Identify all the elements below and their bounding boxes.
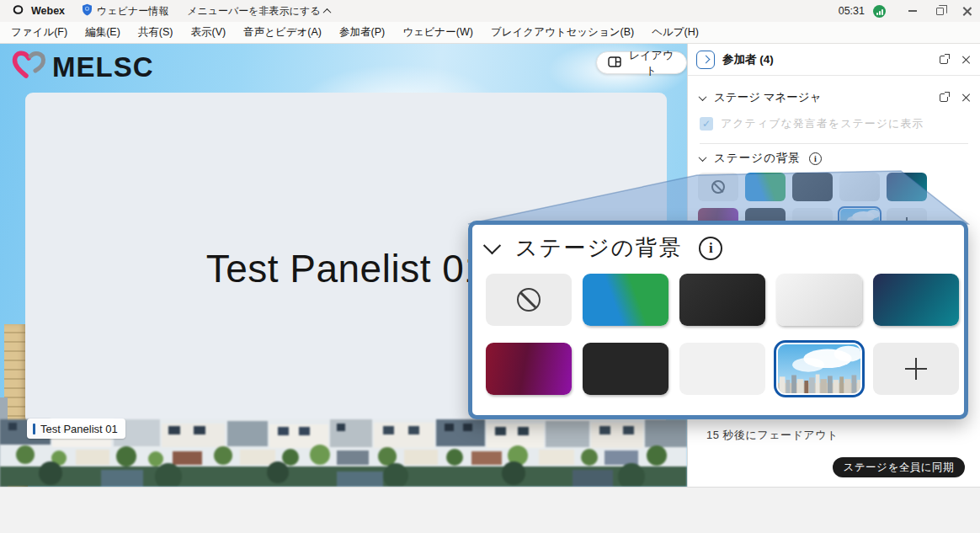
menu-share[interactable]: 共有(S)	[138, 25, 173, 40]
panel-header: 参加者 (4)	[688, 44, 980, 76]
hide-menubar-button[interactable]: メニューバーを非表示にする	[187, 4, 330, 19]
panel-title: 参加者 (4)	[722, 52, 774, 67]
layout-icon	[608, 56, 621, 70]
menu-help[interactable]: ヘルプ(H)	[652, 25, 699, 40]
chevron-down-icon[interactable]	[483, 237, 501, 254]
swatch-city-skyline-selected[interactable]	[776, 343, 862, 395]
melsc-heart-icon	[12, 49, 47, 85]
minimize-icon	[908, 10, 917, 11]
plus-icon	[905, 358, 927, 380]
chevron-right-icon	[701, 56, 710, 64]
swatch-blue-green[interactable]	[583, 274, 668, 326]
titlebar: Webex ウェビナー情報 メニューバーを非表示にする 05:31	[0, 0, 980, 22]
participant-name-label: Test Panelist 01	[27, 418, 125, 439]
meeting-clock: 05:31	[839, 5, 865, 17]
panel-collapse-button[interactable]	[696, 51, 715, 69]
prohibition-icon	[711, 180, 725, 194]
shield-icon	[82, 3, 93, 19]
popup-swatch-grid	[486, 274, 959, 395]
info-icon[interactable]: i	[699, 237, 722, 260]
menu-edit[interactable]: 編集(E)	[85, 25, 120, 40]
menu-webinar[interactable]: ウェビナー(W)	[402, 25, 473, 40]
swatch-light-gray[interactable]	[839, 173, 880, 201]
stage-manager-close-button[interactable]	[961, 93, 970, 102]
panel-close-button[interactable]	[961, 56, 970, 64]
app-name: Webex	[31, 5, 65, 17]
active-speaker-label: アクティブな発言者をステージに表示	[721, 116, 924, 131]
webex-logo-icon	[10, 3, 26, 19]
swatch-light-gray[interactable]	[776, 274, 862, 326]
control-bar: cc ミュート解除 ビデオの開始 共有 録画	[0, 487, 980, 533]
menu-participants[interactable]: 参加者(P)	[339, 25, 385, 40]
restore-icon	[936, 8, 944, 15]
popout-icon	[940, 56, 948, 64]
minimize-button[interactable]	[899, 0, 926, 22]
close-window-button[interactable]	[953, 0, 980, 22]
swatch-add-custom[interactable]	[873, 343, 959, 395]
active-speaker-checkbox[interactable]: ✓	[700, 117, 713, 131]
fade-note: 15 秒後にフェードアウト	[706, 428, 839, 443]
panel-popout-button[interactable]	[940, 56, 948, 64]
stage-manager-title: ステージ マネージャ	[714, 90, 821, 105]
swatch-dark-charcoal[interactable]	[792, 173, 833, 201]
swatch-none[interactable]	[698, 173, 738, 201]
swatch-black[interactable]	[583, 343, 668, 395]
chevron-down-icon[interactable]	[699, 153, 707, 162]
brand-name: MELSC	[52, 51, 154, 83]
prohibition-icon	[517, 288, 541, 312]
layout-button[interactable]: レイアウト	[596, 51, 687, 74]
webinar-info-label: ウェビナー情報	[97, 4, 168, 19]
speaker-accent-bar	[33, 424, 35, 434]
close-icon	[961, 93, 970, 102]
menu-view[interactable]: 表示(V)	[190, 25, 226, 40]
chevron-down-icon[interactable]	[699, 93, 707, 101]
stage-manager-popout-button[interactable]	[940, 93, 948, 102]
swatch-navy-teal[interactable]	[887, 173, 927, 201]
swatch-none[interactable]	[486, 274, 572, 326]
menu-file[interactable]: ファイル(F)	[11, 25, 67, 40]
popout-icon	[940, 93, 948, 102]
stage-background-popup: ステージの背景 i	[468, 221, 968, 419]
sync-stage-button[interactable]: ステージを全員に同期	[833, 457, 965, 477]
close-icon	[962, 7, 972, 16]
hide-menubar-label: メニューバーを非表示にする	[187, 4, 320, 19]
swatch-off-white[interactable]	[679, 343, 765, 395]
menubar: ファイル(F) 編集(E) 共有(S) 表示(V) 音声とビデオ(A) 参加者(…	[0, 22, 980, 44]
active-speaker-option: ✓ アクティブな発言者をステージに表示	[700, 116, 924, 131]
popup-header: ステージの背景 i	[486, 233, 722, 263]
stage-manager-header: ステージ マネージャ	[688, 86, 980, 109]
connection-quality-icon[interactable]	[873, 5, 886, 18]
restore-button[interactable]	[926, 0, 953, 22]
layout-button-label: レイアウト	[627, 48, 675, 78]
close-icon	[961, 56, 970, 64]
menu-breakout[interactable]: ブレイクアウトセッション(B)	[491, 25, 634, 40]
swatch-magenta-purple[interactable]	[486, 343, 572, 395]
swatch-dark-charcoal[interactable]	[679, 274, 765, 326]
stage-background-header: ステージの背景 i	[700, 151, 822, 166]
brand-logo: MELSC	[12, 49, 154, 85]
divider	[700, 143, 968, 144]
swatch-navy-teal[interactable]	[873, 274, 959, 326]
menu-audio-video[interactable]: 音声とビデオ(A)	[243, 25, 322, 40]
city-thumbnail	[778, 344, 860, 393]
info-icon[interactable]: i	[809, 152, 822, 165]
chevron-up-icon	[323, 8, 332, 16]
webinar-info-button[interactable]: ウェビナー情報	[82, 3, 168, 19]
participant-name: Test Panelist 01	[40, 423, 118, 435]
popup-title: ステージの背景	[515, 233, 682, 263]
stage-background-title: ステージの背景	[714, 151, 801, 166]
swatch-blue-green[interactable]	[745, 173, 786, 201]
